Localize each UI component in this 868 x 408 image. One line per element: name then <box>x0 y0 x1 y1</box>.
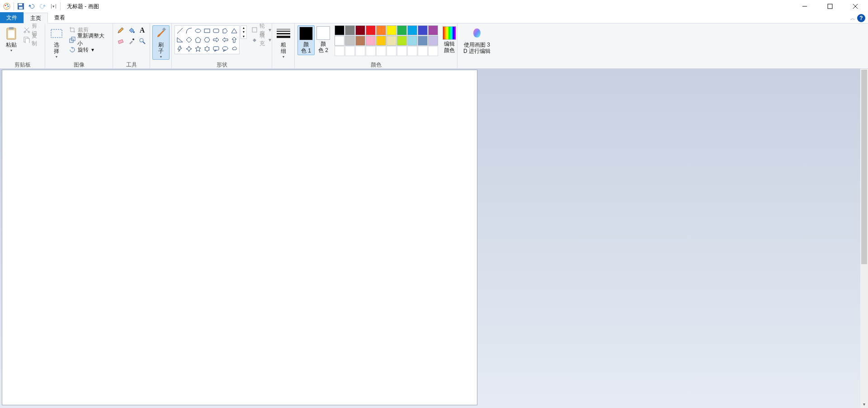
color1-swatch-icon <box>299 27 313 40</box>
custom-color-slot[interactable] <box>355 46 365 56</box>
shape-rect-icon[interactable] <box>203 26 212 35</box>
crop-icon <box>69 26 76 33</box>
shape-4star-icon[interactable] <box>184 44 193 53</box>
svg-rect-49 <box>252 28 257 32</box>
color-swatch[interactable] <box>418 25 428 35</box>
color-swatch[interactable] <box>366 36 376 46</box>
qat-customize-dropdown[interactable]: ▾ <box>48 1 58 11</box>
redo-icon[interactable] <box>38 1 47 11</box>
color-swatch[interactable] <box>418 36 428 46</box>
size-button[interactable]: 粗 细 ▾ <box>275 25 292 60</box>
shape-callout-oval-icon[interactable] <box>221 44 230 53</box>
color-swatch[interactable] <box>335 25 344 35</box>
text-tool-icon[interactable]: A <box>137 25 147 35</box>
custom-color-slot[interactable] <box>387 46 396 56</box>
undo-icon[interactable] <box>27 1 37 11</box>
close-button[interactable] <box>843 0 868 13</box>
color-swatch[interactable] <box>376 25 386 35</box>
copy-button[interactable]: 复制 <box>22 35 42 44</box>
shape-gallery-scroll[interactable]: ▴▾▾ <box>241 25 247 39</box>
custom-color-slot[interactable] <box>376 46 386 56</box>
resize-button[interactable]: 重新调整大小 <box>67 35 110 44</box>
group-clipboard: 粘贴 ▾ 剪切 复制 剪贴板 <box>0 24 45 68</box>
shape-diamond-icon[interactable] <box>184 35 193 44</box>
color-swatch[interactable] <box>376 36 386 46</box>
fill-label: 填充 <box>259 32 266 47</box>
custom-color-slot[interactable] <box>335 46 344 56</box>
color-swatch[interactable] <box>428 25 438 35</box>
fill-button[interactable]: 填充 ▾ <box>250 35 273 44</box>
custom-color-slot[interactable] <box>366 46 376 56</box>
group-tools: A 工具 <box>113 24 150 68</box>
maximize-button[interactable] <box>817 0 843 13</box>
drawing-canvas[interactable] <box>2 70 477 405</box>
vertical-scrollbar[interactable]: ▴ ▾ <box>860 69 868 408</box>
brush-button[interactable]: 刷 子 ▾ <box>152 25 170 60</box>
select-rect-icon <box>49 26 64 41</box>
color-swatch[interactable] <box>387 36 396 46</box>
shape-oval-icon[interactable] <box>193 26 203 35</box>
fill-tool-icon[interactable] <box>127 25 137 35</box>
color-swatch[interactable] <box>387 25 396 35</box>
color-swatch[interactable] <box>407 25 417 35</box>
shape-5star-icon[interactable] <box>193 44 203 53</box>
help-icon[interactable]: ? <box>857 14 865 22</box>
color-swatch[interactable] <box>345 25 355 35</box>
color-swatch[interactable] <box>355 36 365 46</box>
color1-button[interactable]: 颜 色 1 <box>297 25 315 55</box>
svg-point-3 <box>8 6 9 7</box>
scroll-down-icon[interactable]: ▾ <box>860 400 868 408</box>
shape-pentagon-icon[interactable] <box>193 35 203 44</box>
group-brush: 刷 子 ▾ <box>150 24 172 68</box>
color-swatch[interactable] <box>397 36 407 46</box>
color-swatch[interactable] <box>355 25 365 35</box>
shape-arrow-left-icon[interactable] <box>221 35 230 44</box>
custom-color-slot[interactable] <box>345 46 355 56</box>
rotate-button[interactable]: 旋转 ▾ <box>67 45 110 54</box>
scroll-thumb[interactable] <box>861 70 867 264</box>
tab-home[interactable]: 主页 <box>24 13 48 24</box>
color-swatch[interactable] <box>366 25 376 35</box>
group-label-shapes: 形状 <box>172 61 272 68</box>
paint3d-button[interactable]: 使用画图 3 D 进行编辑 <box>462 25 492 55</box>
shape-arrow-up-icon[interactable] <box>230 35 239 44</box>
svg-point-1 <box>5 5 6 6</box>
svg-rect-45 <box>213 47 219 50</box>
shape-callout-rect-icon[interactable] <box>212 44 221 53</box>
shape-line-icon[interactable] <box>175 26 184 35</box>
shape-right-triangle-icon[interactable] <box>175 35 184 44</box>
color-swatch[interactable] <box>397 25 407 35</box>
shape-6star-icon[interactable] <box>203 44 212 53</box>
custom-color-slot[interactable] <box>407 46 417 56</box>
svg-marker-33 <box>231 28 237 33</box>
shape-hexagon-icon[interactable] <box>203 35 212 44</box>
save-icon[interactable] <box>16 1 26 11</box>
tab-view[interactable]: 查看 <box>48 12 71 23</box>
custom-color-slot[interactable] <box>428 46 438 56</box>
shape-polygon-icon[interactable] <box>221 26 230 35</box>
color-swatch[interactable] <box>335 36 344 46</box>
paste-button[interactable]: 粘贴 ▾ <box>3 25 20 53</box>
eraser-tool-icon[interactable] <box>116 36 126 46</box>
edit-colors-button[interactable]: 编辑 颜色 <box>441 25 458 54</box>
color2-button[interactable]: 颜 色 2 <box>315 25 332 54</box>
minimize-button[interactable] <box>792 0 817 13</box>
shape-arrow-right-icon[interactable] <box>212 35 221 44</box>
ribbon-collapse-icon[interactable]: ︿ <box>850 15 855 22</box>
shape-gallery[interactable] <box>175 25 240 54</box>
color-swatch[interactable] <box>407 36 417 46</box>
shape-triangle-icon[interactable] <box>230 26 239 35</box>
shape-roundrect-icon[interactable] <box>212 26 221 35</box>
shape-curve-icon[interactable] <box>184 26 193 35</box>
magnifier-tool-icon[interactable] <box>137 36 147 46</box>
shape-lightning-icon[interactable] <box>175 44 184 53</box>
color-picker-tool-icon[interactable] <box>127 36 137 46</box>
custom-color-slot[interactable] <box>397 46 407 56</box>
shape-callout-cloud-icon[interactable] <box>230 44 239 53</box>
pencil-tool-icon[interactable] <box>116 25 126 35</box>
tab-file[interactable]: 文件 <box>0 12 24 23</box>
custom-color-slot[interactable] <box>418 46 428 56</box>
color-swatch[interactable] <box>345 36 355 46</box>
color-swatch[interactable] <box>428 36 438 46</box>
select-button[interactable]: 选 择 ▾ <box>48 25 65 60</box>
